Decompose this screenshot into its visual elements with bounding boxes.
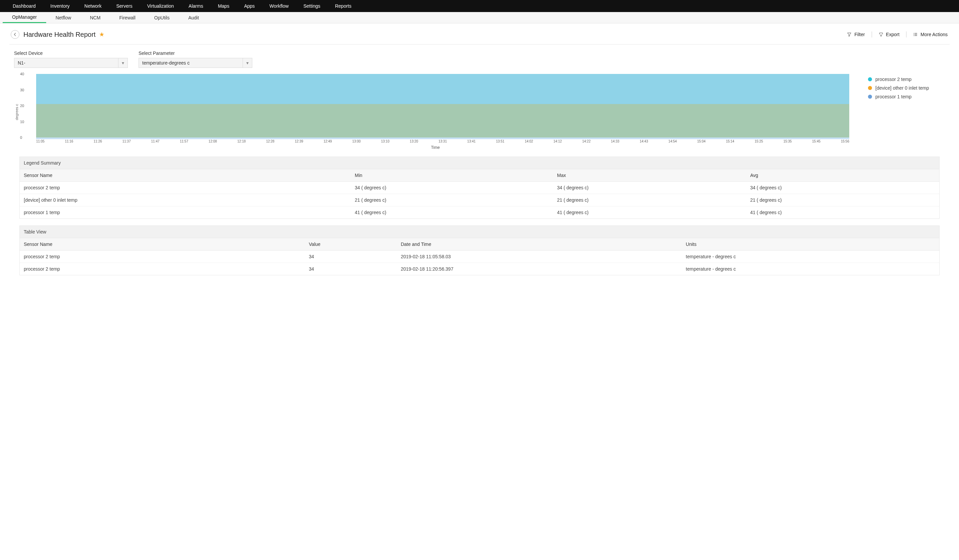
svg-point-2 [914, 34, 914, 35]
x-tick: 12:28 [266, 140, 274, 143]
subnav-item-oputils[interactable]: OpUtils [145, 12, 179, 23]
table-row[interactable]: processor 1 temp41 ( degrees c)41 ( degr… [20, 207, 939, 219]
table-cell: 34 ( degrees c) [746, 181, 939, 194]
x-tick: 11:05 [36, 140, 45, 143]
star-icon[interactable]: ★ [99, 31, 104, 38]
y-tick: 10 [20, 120, 24, 124]
table-view-table: Sensor NameValueDate and TimeUnits proce… [20, 238, 939, 275]
x-tick: 11:37 [123, 140, 131, 143]
parameter-dropdown-value: temperature-degrees c [139, 58, 243, 68]
filter-label: Filter [854, 32, 865, 37]
table-row[interactable]: [device] other 0 inlet temp21 ( degrees … [20, 194, 939, 207]
svg-rect-5 [915, 35, 917, 36]
filter-action[interactable]: Filter [846, 30, 865, 38]
x-tick: 11:26 [94, 140, 102, 143]
subnav-item-netflow[interactable]: Netflow [46, 12, 81, 23]
x-tick: 11:16 [65, 140, 73, 143]
svg-point-0 [914, 33, 914, 34]
x-tick: 14:33 [611, 140, 620, 143]
x-tick: 12:08 [209, 140, 217, 143]
topnav-item-virtualization[interactable]: Virtualization [140, 0, 182, 12]
subnav-item-audit[interactable]: Audit [179, 12, 209, 23]
table-cell: 34 ( degrees c) [553, 181, 746, 194]
parameter-filter: Select Parameter temperature-degrees c ▾ [139, 51, 252, 68]
legend-swatch [868, 86, 872, 90]
x-tick: 13:20 [410, 140, 418, 143]
y-tick: 30 [20, 88, 24, 92]
y-tick: 20 [20, 104, 24, 108]
table-cell: [device] other 0 inlet temp [20, 194, 350, 207]
table-cell: processor 2 temp [20, 181, 350, 194]
topnav-item-workflow[interactable]: Workflow [262, 0, 296, 12]
chart-area: degrees c 010203040 11:0511:1611:2611:37… [0, 71, 959, 150]
table-cell: 21 ( degrees c) [746, 194, 939, 207]
x-tick: 12:18 [237, 140, 245, 143]
device-filter: Select Device N1- ▾ [14, 51, 128, 68]
parameter-dropdown[interactable]: temperature-degrees c ▾ [139, 58, 252, 68]
device-filter-label: Select Device [14, 51, 128, 56]
column-header[interactable]: Units [682, 238, 939, 251]
more-actions-label: More Actions [921, 32, 948, 37]
table-cell: 21 ( degrees c) [350, 194, 553, 207]
topnav-item-maps[interactable]: Maps [210, 0, 237, 12]
table-row[interactable]: processor 2 temp34 ( degrees c)34 ( degr… [20, 181, 939, 194]
subnav-item-ncm[interactable]: NCM [81, 12, 110, 23]
x-tick: 13:31 [438, 140, 447, 143]
x-tick: 15:14 [726, 140, 734, 143]
table-cell: temperature - degrees c [682, 263, 939, 275]
x-tick: 13:00 [352, 140, 361, 143]
subnav-item-firewall[interactable]: Firewall [110, 12, 145, 23]
topnav-item-dashboard[interactable]: Dashboard [5, 0, 43, 12]
topnav-item-servers[interactable]: Servers [109, 0, 140, 12]
x-tick: 14:43 [640, 140, 648, 143]
column-header[interactable]: Date and Time [397, 238, 682, 251]
export-action[interactable]: Export [878, 30, 900, 38]
column-header[interactable]: Value [305, 238, 397, 251]
divider [906, 32, 906, 37]
x-tick: 14:54 [669, 140, 677, 143]
table-view-section: Table View Sensor NameValueDate and Time… [19, 226, 940, 275]
top-nav: DashboardInventoryNetworkServersVirtuali… [0, 0, 959, 12]
page-title: Hardware Health Report [24, 31, 96, 38]
legend-summary-title: Legend Summary [20, 157, 939, 169]
legend-summary-table: Sensor NameMinMaxAvg processor 2 temp34 … [20, 169, 939, 218]
export-icon [879, 32, 883, 37]
x-tick: 15:45 [812, 140, 820, 143]
page-header: Hardware Health Report ★ Filter Export M… [0, 24, 959, 41]
table-cell: 41 ( degrees c) [350, 207, 553, 219]
column-header[interactable]: Sensor Name [20, 238, 305, 251]
table-cell: temperature - degrees c [682, 251, 939, 263]
chevron-down-icon[interactable]: ▾ [118, 58, 128, 68]
column-header[interactable]: Min [350, 169, 553, 181]
more-actions[interactable]: More Actions [913, 30, 948, 38]
topnav-item-network[interactable]: Network [77, 0, 109, 12]
table-row[interactable]: processor 2 temp342019-02-18 11:05:58.03… [20, 251, 939, 263]
legend-summary-section: Legend Summary Sensor NameMinMaxAvg proc… [19, 157, 940, 219]
legend-swatch [868, 95, 872, 99]
topnav-item-alarms[interactable]: Alarms [182, 0, 211, 12]
table-row[interactable]: processor 2 temp342019-02-18 11:20:56.39… [20, 263, 939, 275]
subnav-item-opmanager[interactable]: OpManager [3, 12, 46, 23]
column-header[interactable]: Avg [746, 169, 939, 181]
legend-item[interactable]: processor 1 temp [868, 94, 945, 99]
device-dropdown[interactable]: N1- ▾ [14, 58, 128, 68]
chart-legend: processor 2 temp[device] other 0 inlet t… [851, 74, 945, 150]
plot[interactable]: 010203040 [29, 74, 851, 137]
x-axis-label: Time [19, 145, 851, 150]
table-cell: 41 ( degrees c) [746, 207, 939, 219]
column-header[interactable]: Sensor Name [20, 169, 350, 181]
legend-item[interactable]: processor 2 temp [868, 76, 945, 82]
parameter-filter-label: Select Parameter [139, 51, 252, 56]
y-tick: 40 [20, 72, 24, 76]
device-dropdown-value: N1- [14, 58, 118, 68]
chevron-down-icon[interactable]: ▾ [243, 58, 252, 68]
topnav-item-apps[interactable]: Apps [237, 0, 262, 12]
x-tick: 13:10 [381, 140, 389, 143]
topnav-item-inventory[interactable]: Inventory [43, 0, 77, 12]
legend-item[interactable]: [device] other 0 inlet temp [868, 85, 945, 91]
back-button[interactable] [11, 30, 19, 39]
column-header[interactable]: Max [553, 169, 746, 181]
topnav-item-settings[interactable]: Settings [296, 0, 328, 12]
x-tick: 14:22 [582, 140, 591, 143]
topnav-item-reports[interactable]: Reports [328, 0, 359, 12]
